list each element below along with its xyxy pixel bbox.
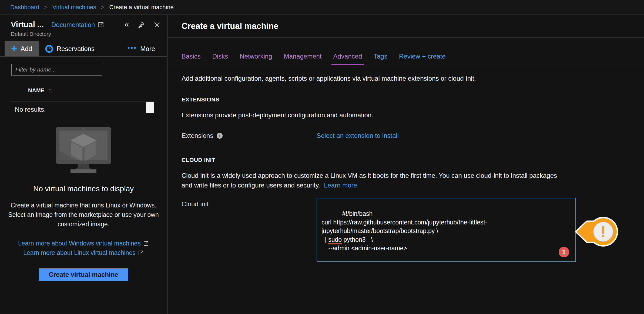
- cloud-init-section-heading: CLOUD INIT: [182, 157, 576, 163]
- extensions-label-text: Extensions: [182, 132, 213, 139]
- panel-header: Virtual ... Documentation «: [0, 15, 167, 29]
- sort-icon: ↑↓: [48, 87, 52, 94]
- select-extension-link[interactable]: Select an extension to install: [317, 132, 399, 139]
- add-button-label: Add: [21, 45, 32, 53]
- exclamation-icon: !: [601, 223, 606, 240]
- breadcrumb: Dashboard > Virtual machines > Create a …: [0, 0, 644, 15]
- plus-icon: +: [11, 43, 17, 53]
- tab-review-create[interactable]: Review + create: [399, 53, 446, 65]
- documentation-link-label: Documentation: [51, 21, 95, 29]
- more-button-label: More: [140, 45, 155, 53]
- learn-more-windows-label: Learn more about Windows virtual machine…: [18, 239, 141, 248]
- filter-input[interactable]: [11, 64, 102, 76]
- annotation-badge-1: 1: [559, 247, 569, 257]
- advanced-tab-content: Add additional configuration, agents, sc…: [167, 75, 576, 262]
- vm-toolbar: + Add Reservations ••• More: [0, 41, 167, 57]
- tab-networking[interactable]: Networking: [240, 53, 272, 65]
- extensions-section-heading: EXTENSIONS: [182, 96, 576, 103]
- breadcrumb-current: Create a virtual machine: [109, 4, 173, 11]
- extensions-field-row: Extensions i Select an extension to inst…: [182, 132, 576, 139]
- tab-tags[interactable]: Tags: [374, 53, 387, 65]
- learn-more-link[interactable]: Learn more: [324, 182, 357, 189]
- breadcrumb-link-dashboard[interactable]: Dashboard: [10, 4, 39, 11]
- cloud-init-field-row: Cloud init #!/bin/bash curl https://raw.…: [182, 198, 576, 262]
- info-icon[interactable]: i: [217, 133, 223, 139]
- learn-more-linux-label: Learn more about Linux virtual machines: [23, 248, 136, 258]
- ellipsis-icon: •••: [128, 44, 137, 52]
- learn-more-windows-link[interactable]: Learn more about Windows virtual machine…: [18, 239, 149, 248]
- main-header: Create a virtual machine: [167, 15, 644, 37]
- scrollbar-thumb[interactable]: [146, 102, 154, 113]
- pin-icon[interactable]: [137, 21, 145, 28]
- external-link-icon: [143, 241, 149, 246]
- list-divider: [10, 101, 154, 101]
- list-header: NAME ↑↓: [0, 87, 167, 94]
- tab-basics[interactable]: Basics: [182, 53, 201, 65]
- no-results-text: No results.: [15, 106, 167, 113]
- breadcrumb-separator: >: [44, 4, 48, 11]
- panel-title: Virtual ...: [11, 20, 44, 29]
- cloud-init-editor-wrap: #!/bin/bash curl https://raw.githubuserc…: [317, 198, 576, 262]
- advanced-intro-text: Add additional configuration, agents, sc…: [182, 75, 576, 82]
- cloud-init-description-text: Cloud init is a widely used approach to …: [182, 172, 557, 189]
- empty-state-links: Learn more about Windows virtual machine…: [0, 239, 167, 258]
- breadcrumb-separator: >: [101, 4, 104, 11]
- cloud-init-script: #!/bin/bash curl https://raw.githubuserc…: [321, 210, 487, 252]
- reservations-button[interactable]: Reservations: [39, 41, 101, 56]
- tab-management[interactable]: Management: [284, 53, 321, 65]
- tab-disks[interactable]: Disks: [212, 53, 228, 65]
- extensions-field-label: Extensions i: [182, 132, 317, 139]
- collapse-panel-icon[interactable]: «: [124, 20, 129, 28]
- create-vm-main: Create a virtual machine Basics Disks Ne…: [167, 15, 644, 314]
- documentation-link[interactable]: Documentation: [51, 21, 104, 29]
- add-button[interactable]: + Add: [5, 41, 39, 56]
- external-link-icon: [138, 250, 144, 256]
- learn-more-linux-link[interactable]: Learn more about Linux virtual machines: [23, 248, 144, 258]
- vm-monitor-illustration: [52, 126, 115, 176]
- empty-state-description: Create a virtual machine that runs Linux…: [8, 201, 159, 229]
- more-button[interactable]: ••• More: [121, 41, 155, 56]
- create-virtual-machine-button[interactable]: Create virtual machine: [39, 268, 128, 281]
- directory-subtitle: Default Directory: [0, 31, 167, 37]
- empty-state: No virtual machines to display Create a …: [0, 126, 167, 281]
- external-link-icon: [98, 22, 104, 28]
- panel-header-icons: «: [124, 21, 160, 28]
- name-column-header[interactable]: NAME: [28, 87, 45, 94]
- page-title: Create a virtual machine: [182, 21, 278, 31]
- empty-state-title: No virtual machines to display: [0, 185, 167, 193]
- extensions-section-description: Extensions provide post-deployment confi…: [182, 110, 565, 120]
- breadcrumb-link-virtual-machines[interactable]: Virtual machines: [52, 4, 96, 11]
- tab-advanced[interactable]: Advanced: [333, 53, 362, 65]
- close-panel-icon[interactable]: [153, 21, 160, 28]
- cloud-init-label-text: Cloud init: [182, 200, 209, 208]
- warning-annotation: !: [575, 214, 620, 250]
- virtual-machines-panel: Virtual ... Documentation « Default Dire…: [0, 15, 167, 314]
- cloud-init-field-label: Cloud init: [182, 200, 317, 208]
- tab-bar: Basics Disks Networking Management Advan…: [167, 53, 644, 65]
- cloud-init-input[interactable]: #!/bin/bash curl https://raw.githubuserc…: [317, 198, 576, 262]
- reservations-button-label: Reservations: [57, 45, 95, 53]
- cloud-init-section-description: Cloud init is a widely used approach to …: [182, 171, 565, 190]
- clock-icon: [45, 45, 53, 53]
